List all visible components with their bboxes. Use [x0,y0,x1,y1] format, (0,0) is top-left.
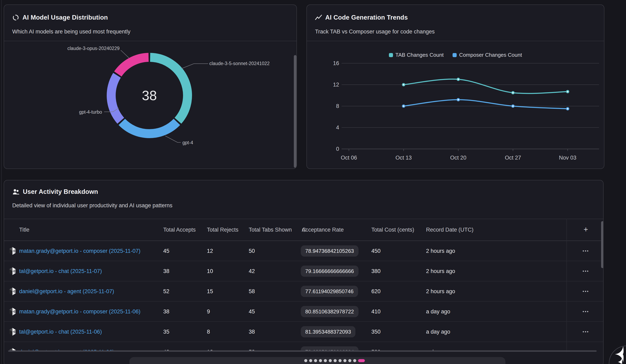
cell-total-cost: 380 [371,268,381,274]
table-header-row: Title Total Accepts Total Rejects Total … [4,219,603,241]
cell-total-rejects: 12 [207,248,213,254]
cell-total-accepts: 38 [163,308,169,315]
pagination-dot-5[interactable] [324,359,327,362]
col-header-record-date[interactable]: Record Date (UTC) [426,227,473,233]
legend-swatch [148,169,152,169]
model-usage-donut-chart [4,5,297,169]
row-menu-button[interactable]: ••• [575,269,597,274]
entity-cube-icon [8,327,16,336]
svg-text:Oct 27: Oct 27 [505,155,521,161]
cell-total-rejects: 15 [207,288,213,294]
col-header-total-cost[interactable]: Total Cost (cents) [371,227,414,233]
pagination-dot-7[interactable] [334,359,337,362]
cell-total-cost: 450 [371,248,381,254]
donut-label-claude-3-5-sonnet: claude-3-5-sonnet-20241022 [209,61,270,66]
donut-total-value: 38 [142,88,157,103]
legend-swatch [64,169,68,169]
donut-segment-gpt-4-turbo[interactable] [111,75,121,121]
cell-total-accepts: 35 [163,328,169,335]
pagination-dot-6[interactable] [329,359,332,362]
col-header-acceptance-rate[interactable]: Acceptance Rate [302,227,307,232]
cell-total-cost: 410 [371,308,381,315]
table-body: matan.grady@getport.io - composer (2025-… [4,241,603,351]
donut-legend: claude-3-5-son…gpt-4gpt-4-turboclaude-3-… [4,168,296,169]
row-title-link[interactable]: matan.grady@getport.io - composer (2025-… [19,248,140,254]
activity-card: User Activity Breakdown Detailed view of… [4,180,604,364]
legend-label: gpt-4 [127,168,139,169]
donut-segment-gpt-4[interactable] [122,122,177,134]
svg-text:Nov 03: Nov 03 [559,155,576,161]
table-row: matan.grady@getport.io - composer (2025-… [4,302,603,322]
col-header-total-rejects[interactable]: Total Rejects [207,227,238,233]
cell-total-rejects: 8 [207,328,210,335]
pagination-dot-9[interactable] [343,359,347,362]
legend-label: claude-3-5-son… [71,168,111,169]
legend-label: gpt-4-turbo [155,168,180,169]
cell-total-tabs-shown: 50 [249,248,255,254]
svg-text:Oct 13: Oct 13 [395,155,412,161]
col-header-title[interactable]: Title [19,227,29,233]
acceptance-rate-badge: 78.94736842105263 [301,245,358,256]
cell-total-rejects: 10 [207,268,213,274]
card-scrollbar[interactable] [294,55,296,168]
table-row: daniel@getport.io - agent (2025-11-07)52… [4,281,603,302]
svg-text:Oct 06: Oct 06 [341,155,357,161]
svg-text:4: 4 [336,124,339,131]
row-title-link[interactable]: daniel@getport.io - agent (2025-11-07) [19,288,114,294]
pagination-dot-10[interactable] [348,359,351,362]
entity-cube-icon [8,247,16,255]
column-divider [566,219,567,352]
table-row: tal@getport.io - chat (2025-11-06)358388… [4,322,603,342]
table-row: matan.grady@getport.io - composer (2025-… [4,241,603,261]
pagination-dot-2[interactable] [309,359,312,362]
cell-record-date: 2 hours ago [426,248,455,254]
donut-label-gpt-4-turbo: gpt-4-turbo [62,109,102,115]
cell-record-date: 2 hours ago [426,288,455,294]
col-header-total-tabs-shown[interactable]: Total Tabs Shown [249,227,292,233]
cell-total-cost: 350 [371,328,381,335]
svg-text:Oct 20: Oct 20 [450,155,467,161]
entity-cube-icon [8,287,16,296]
row-menu-button[interactable]: ••• [575,248,597,254]
donut-segment-claude-3-opus-20240229[interactable] [118,57,149,74]
donut-legend-item: claude-3-5-son… [64,168,111,169]
card-subtitle: Detailed view of individual user product… [12,202,172,209]
row-title-link[interactable]: tal@getport.io - chat (2025-11-06) [19,328,102,335]
pagination-dot-12[interactable] [358,359,365,362]
entity-cube-icon [8,307,16,316]
row-title-link[interactable]: matan.grady@getport.io - composer (2025-… [19,308,140,315]
legend-swatch [189,169,194,169]
card-title: User Activity Breakdown [23,188,98,196]
users-icon [12,188,20,195]
cell-total-tabs-shown: 38 [249,328,255,335]
legend-label: claude-3-opus-… [196,168,236,169]
cell-total-rejects: 9 [207,308,210,315]
cell-record-date: 2 hours ago [426,268,455,274]
ai-assistant-button[interactable] [609,346,626,364]
pagination-dot-8[interactable] [339,359,342,362]
pagination-dot-4[interactable] [319,359,322,362]
pagination-dot-3[interactable] [314,359,317,362]
cell-total-accepts: 38 [163,268,169,274]
row-menu-button[interactable]: ••• [575,289,597,294]
donut-legend-item: claude-3-opus-… [189,168,236,169]
pagination-dot-11[interactable] [353,359,356,362]
svg-text:0: 0 [336,146,339,152]
pagination-dot-1[interactable] [304,359,307,362]
row-menu-button[interactable]: ••• [575,309,597,314]
col-header-total-accepts[interactable]: Total Accepts [163,227,196,233]
table-row: daniel@getport.io - agent (2025-11-06)48… [4,342,603,351]
acceptance-rate-badge: 81.3953488372093 [301,326,355,337]
add-column-button[interactable]: + [575,224,597,235]
pagination-dots [304,359,365,362]
table-row: tal@getport.io - chat (2025-11-07)381042… [4,261,603,281]
row-menu-button[interactable]: ••• [575,329,597,334]
acceptance-rate-badge: 77.61194029850746 [301,286,358,297]
acceptance-rate-badge: 80.85106382978722 [301,306,358,317]
trends-card: AI Code Generation Trends Track TAB vs C… [307,4,604,169]
row-title-link[interactable]: tal@getport.io - chat (2025-11-07) [19,268,102,274]
table-scrollbar[interactable] [601,221,604,268]
svg-text:16: 16 [333,60,339,66]
horizontal-scrollbar[interactable] [8,350,597,352]
legend-swatch [120,169,124,169]
